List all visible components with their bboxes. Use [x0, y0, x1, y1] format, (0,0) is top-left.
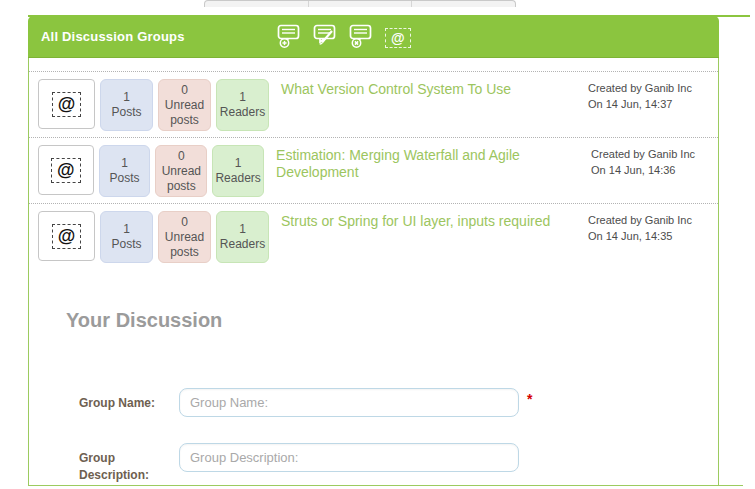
panel-header: All Discussion Groups: [28, 16, 719, 58]
top-tab-strip: [204, 0, 516, 7]
discussion-toolbar: [273, 23, 375, 51]
tab-stub-1[interactable]: [205, 1, 309, 7]
tab-stub-3[interactable]: [412, 1, 515, 7]
unread-count: 0: [178, 149, 185, 164]
group-description-row: Group Description:: [79, 443, 718, 485]
group-name-label: Group Name:: [79, 388, 179, 412]
chat-bubble-edit-icon: [311, 37, 338, 52]
group-description-input[interactable]: [179, 443, 519, 472]
posts-count: 1: [121, 156, 128, 171]
mention-button[interactable]: @: [385, 28, 411, 48]
posts-badge: 1 Posts: [100, 79, 153, 131]
unread-label: Unread posts: [158, 164, 204, 194]
unread-badge: 0 Unread posts: [155, 145, 207, 197]
add-discussion-button[interactable]: [273, 23, 303, 51]
readers-label: Readers: [220, 237, 265, 252]
unread-label: Unread posts: [161, 98, 208, 128]
discussion-at-button[interactable]: @: [38, 79, 95, 129]
posts-label: Posts: [111, 237, 141, 252]
created-on: On 14 Jun, 14:36: [591, 163, 708, 179]
discussion-row-1: @ 1 Posts 0 Unread posts 1 Readers What …: [29, 71, 718, 137]
required-asterisk: *: [527, 388, 532, 407]
posts-label: Posts: [111, 105, 141, 120]
discussion-groups-page: All Discussion Groups: [0, 0, 755, 489]
at-icon: @: [52, 224, 82, 249]
group-name-row: Group Name: *: [79, 388, 718, 417]
readers-count: 1: [235, 156, 242, 171]
created-on: On 14 Jun, 14:37: [588, 97, 708, 113]
created-info: Created by Ganib Inc On 14 Jun, 14:37: [588, 81, 708, 113]
readers-count: 1: [239, 222, 246, 237]
unread-badge: 0 Unread posts: [158, 79, 211, 131]
readers-badge: 1 Readers: [216, 79, 269, 131]
unread-label: Unread posts: [161, 230, 208, 260]
discussion-title-link[interactable]: What Version Control System To Use: [281, 81, 511, 98]
readers-label: Readers: [220, 105, 265, 120]
tab-stub-2[interactable]: [309, 1, 413, 7]
created-by: Created by Ganib Inc: [591, 147, 708, 163]
readers-badge: 1 Readers: [216, 211, 269, 263]
created-on: On 14 Jun, 14:35: [588, 229, 708, 245]
discussion-row-3: @ 1 Posts 0 Unread posts 1 Readers Strut…: [29, 203, 718, 269]
at-icon: @: [391, 30, 405, 46]
discussion-title-link[interactable]: Struts or Spring for UI layer, inputs re…: [281, 213, 550, 230]
created-info: Created by Ganib Inc On 14 Jun, 14:35: [588, 213, 708, 245]
chat-bubble-plus-icon: [275, 37, 302, 52]
readers-badge: 1 Readers: [212, 145, 264, 197]
edit-discussion-button[interactable]: [309, 23, 339, 51]
discussion-at-button[interactable]: @: [38, 211, 95, 261]
posts-badge: 1 Posts: [99, 145, 151, 197]
posts-label: Posts: [110, 171, 140, 186]
at-icon: @: [51, 158, 81, 183]
discussion-panel: All Discussion Groups: [28, 16, 719, 486]
posts-count: 1: [123, 222, 130, 237]
created-info: Created by Ganib Inc On 14 Jun, 14:36: [591, 147, 708, 179]
discussion-row-2: @ 1 Posts 0 Unread posts 1 Readers Estim…: [29, 137, 718, 203]
your-discussion-heading: Your Discussion: [66, 309, 718, 332]
panel-body: @ 1 Posts 0 Unread posts 1 Readers What …: [28, 58, 719, 486]
group-description-label: Group Description:: [79, 443, 179, 485]
panel-title: All Discussion Groups: [41, 29, 185, 44]
readers-count: 1: [239, 90, 246, 105]
readers-label: Readers: [215, 171, 260, 186]
discussion-at-button[interactable]: @: [38, 145, 94, 195]
at-icon: @: [52, 92, 82, 117]
delete-discussion-button[interactable]: [345, 23, 375, 51]
chat-bubble-delete-icon: [347, 37, 374, 52]
unread-count: 0: [181, 83, 188, 98]
group-name-input[interactable]: [179, 388, 519, 417]
posts-badge: 1 Posts: [100, 211, 153, 263]
created-by: Created by Ganib Inc: [588, 213, 708, 229]
unread-count: 0: [181, 215, 188, 230]
created-by: Created by Ganib Inc: [588, 81, 708, 97]
unread-badge: 0 Unread posts: [158, 211, 211, 263]
posts-count: 1: [123, 90, 130, 105]
panel-bottom-border: [28, 485, 743, 486]
discussion-title-link[interactable]: Estimation: Merging Waterfall and Agile …: [276, 147, 591, 181]
